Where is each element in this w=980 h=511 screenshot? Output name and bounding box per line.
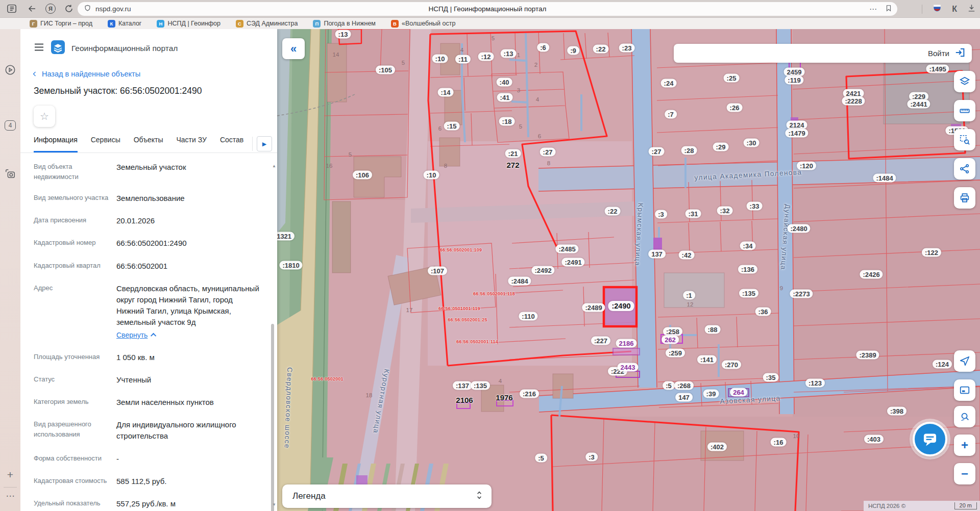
tab-Сервисы[interactable]: Сервисы	[91, 136, 120, 152]
map-parcel-label[interactable]: :105	[376, 66, 395, 74]
map-parcel-label[interactable]: :1810	[279, 261, 302, 270]
map-parcel-label[interactable]: :23	[619, 44, 635, 53]
map-parcel-label[interactable]: :119	[785, 76, 803, 85]
map-parcel-label[interactable]: :136	[738, 265, 757, 274]
tab-Части ЗУ[interactable]: Части ЗУ	[176, 136, 206, 152]
map-parcel-label[interactable]: 2186	[616, 339, 637, 348]
select-area-button[interactable]	[954, 129, 975, 150]
map-parcel-label[interactable]: :2485	[555, 245, 578, 253]
flag-icon[interactable]	[933, 4, 942, 14]
map-parcel-label[interactable]: :2273	[790, 290, 813, 298]
map-parcel-label[interactable]: :9	[567, 46, 579, 55]
map-parcel-label[interactable]: :1484	[873, 174, 896, 183]
login-label[interactable]: Войти	[928, 49, 949, 58]
rail-more-icon[interactable]: ⋯	[4, 490, 16, 502]
map-parcel-label[interactable]: :402	[707, 443, 727, 451]
login-bar[interactable]: Войти	[674, 44, 972, 63]
map-parcel-label[interactable]: 31321	[277, 232, 295, 241]
reload-icon[interactable]	[63, 3, 75, 14]
map-parcel-label[interactable]: 272	[503, 160, 522, 170]
map-parcel-label[interactable]: :10	[432, 55, 448, 63]
map-parcel-label[interactable]: :123	[805, 379, 825, 388]
map-parcel-label[interactable]: :12	[478, 53, 494, 61]
map-parcel-label[interactable]: :259	[666, 349, 685, 357]
map-parcel-label[interactable]: :15	[444, 122, 460, 131]
scroll-up-icon[interactable]: ▲	[272, 164, 276, 168]
map-parcel-label[interactable]: :34	[740, 242, 756, 250]
map-parcel-label[interactable]: :270	[722, 361, 741, 369]
map-parcel-label[interactable]: 137	[648, 250, 666, 259]
back-icon[interactable]	[27, 3, 38, 14]
map-parcel-label[interactable]: :2228	[842, 97, 865, 106]
map-parcel-label[interactable]: :21	[505, 149, 521, 158]
bookmark-item[interactable]: ССЭД Администра	[236, 20, 298, 28]
map-parcel-label[interactable]: :42	[679, 251, 695, 260]
locate-me-button[interactable]	[954, 350, 975, 372]
map-parcel-label[interactable]: 264	[730, 388, 747, 397]
bookmark-item[interactable]: ППогода в Нижнем	[313, 20, 376, 28]
bookmark-item[interactable]: ННСПД | Геоинфор	[157, 20, 220, 28]
add-icon[interactable]: +	[4, 469, 16, 481]
hamburger-menu-icon[interactable]	[34, 43, 44, 54]
map-parcel-label[interactable]: :2426	[860, 270, 883, 279]
panel-scrollbar[interactable]	[272, 171, 276, 499]
map-parcel-label[interactable]: :30	[744, 139, 760, 147]
map-parcel-label[interactable]: 2106	[453, 395, 476, 405]
tabs-scroll-next-button[interactable]: ▶	[257, 136, 272, 151]
scrollbar-thumb[interactable]	[271, 324, 274, 511]
mini-map-button[interactable]	[954, 379, 975, 401]
map-parcel-label[interactable]: :106	[353, 171, 372, 180]
map-parcel-label[interactable]: :135	[471, 381, 490, 390]
yandex-button[interactable]: Я	[45, 3, 56, 14]
map-parcel-label[interactable]: 2443	[618, 363, 639, 372]
map-parcel-label[interactable]: :29	[713, 143, 729, 151]
map-parcel-label[interactable]: :2489	[582, 303, 605, 312]
map-parcel-label[interactable]: :110	[519, 312, 537, 321]
map-parcel-label[interactable]: 1976	[493, 393, 516, 402]
map-parcel-label[interactable]: :88	[705, 325, 721, 334]
zoom-out-button[interactable]: −	[954, 463, 975, 484]
map-parcel-label[interactable]: :122	[922, 248, 941, 257]
map-parcel-label[interactable]: 147	[675, 393, 693, 402]
map-parcel-label[interactable]: :22	[605, 207, 621, 216]
search-on-map-button[interactable]	[954, 406, 975, 427]
map-parcel-label[interactable]: :1495	[926, 65, 949, 73]
map-parcel-label[interactable]: :24	[661, 79, 677, 88]
map-parcel-label[interactable]: :5	[535, 454, 547, 463]
map-parcel-label[interactable]: :22	[593, 45, 609, 54]
zoom-in-button[interactable]: +	[954, 435, 975, 456]
map-parcel-label[interactable]: :40	[497, 78, 512, 87]
map-parcel-label[interactable]: :27	[540, 148, 556, 157]
map-parcel-label[interactable]: :32	[717, 207, 733, 215]
share-button[interactable]	[954, 158, 975, 180]
map-parcel-label[interactable]: :1	[683, 291, 695, 300]
map-parcel-label[interactable]: :2389	[856, 351, 879, 360]
back-to-results-link[interactable]: Назад в найденные объекты	[32, 70, 277, 78]
legend-bar[interactable]: Легенда	[282, 484, 492, 508]
map-parcel-label[interactable]: :39	[703, 390, 719, 398]
map-parcel-label[interactable]: :403	[864, 435, 884, 444]
tab-count-badge[interactable]: 4	[4, 119, 16, 132]
map-parcel-label[interactable]: :137	[453, 381, 472, 390]
map-parcel-label[interactable]: 2124	[787, 121, 807, 130]
bookmark-item[interactable]: ККаталог	[108, 20, 141, 28]
downloads-icon[interactable]	[967, 4, 976, 14]
map-parcel-label[interactable]: :3	[655, 210, 667, 219]
map-parcel-label[interactable]: :216	[520, 390, 539, 398]
tab-panel-icon[interactable]	[6, 3, 17, 14]
favorite-star-button[interactable]: ☆	[34, 106, 55, 127]
map-parcel-label[interactable]: :6	[537, 43, 549, 52]
map-parcel-label[interactable]: :135	[739, 289, 758, 298]
tab-Информация[interactable]: Информация	[34, 136, 78, 152]
map-parcel-label[interactable]: :16	[771, 438, 787, 447]
address-bar[interactable]: nspd.gov.ru НСПД | Геоинформационный пор…	[78, 2, 897, 16]
map-parcel-label[interactable]: :2480	[787, 224, 810, 233]
map-parcel-label[interactable]: :27	[649, 147, 665, 156]
map-parcel-label[interactable]: :3	[585, 453, 598, 462]
chat-fab[interactable]	[913, 422, 947, 456]
map-parcel-label[interactable]: :35	[763, 373, 779, 382]
map-parcel-label[interactable]: :141	[697, 355, 717, 364]
map-parcel-label[interactable]: :11	[455, 55, 471, 64]
map-parcel-label[interactable]: :13	[335, 30, 351, 39]
vendor-logo-icon[interactable]: К	[952, 5, 957, 13]
